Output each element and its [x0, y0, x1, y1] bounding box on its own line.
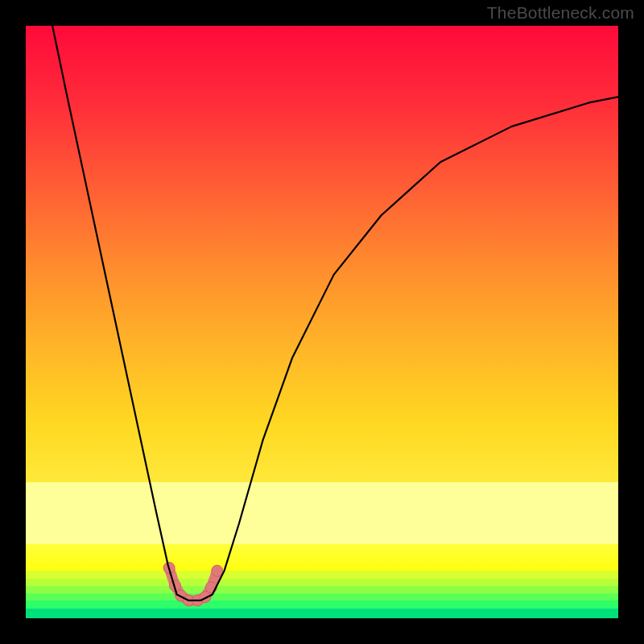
- bottleneck-curve: [52, 26, 618, 601]
- chart-frame: TheBottleneck.com: [0, 0, 644, 644]
- highlight-dots: [163, 562, 223, 605]
- curve-layer: [26, 26, 618, 618]
- highlight-dot: [212, 565, 223, 576]
- plot-area: [26, 26, 618, 618]
- watermark-label: TheBottleneck.com: [487, 3, 634, 23]
